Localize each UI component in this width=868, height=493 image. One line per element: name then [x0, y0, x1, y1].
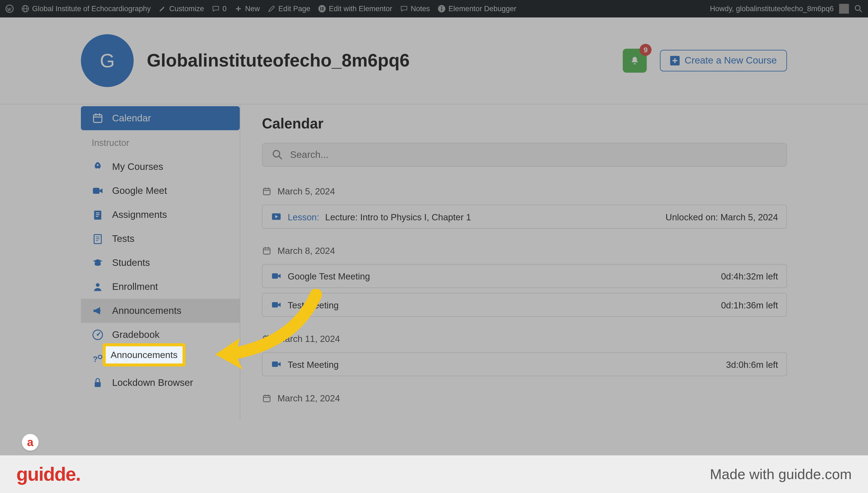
calendar-item[interactable]: Lesson: Lecture: Intro to Physics I, Cha… [262, 205, 787, 229]
debugger-item[interactable]: Elementor Debugger [437, 5, 516, 13]
gauge-icon [92, 329, 104, 341]
guidde-badge-letter: a [27, 436, 33, 449]
page-wrap: G Globalinstituteofecho_8m6pq6 9 Create … [0, 18, 868, 455]
wordpress-icon [5, 5, 14, 13]
sidebar-item-google-meet[interactable]: Google Meet [81, 179, 240, 203]
clipboard-icon [92, 209, 104, 221]
search-icon [272, 149, 283, 160]
calendar-date: March 8, 2024 [262, 245, 787, 256]
sidebar-lockdown-label: Lockdown Browser [112, 378, 193, 388]
svg-rect-15 [93, 114, 102, 123]
svg-rect-24 [96, 216, 98, 217]
svg-point-33 [98, 355, 102, 359]
create-course-button[interactable]: Create a New Course [660, 50, 787, 71]
graduation-icon [92, 257, 104, 269]
comments-item[interactable]: 0 [212, 5, 227, 13]
svg-rect-5 [320, 7, 321, 10]
calendar-date: March 5, 2024 [262, 186, 787, 196]
site-name-label: Global Institute of Echocardiography [32, 5, 151, 13]
search-icon[interactable] [854, 5, 863, 13]
site-name-item[interactable]: Global Institute of Echocardiography [21, 5, 151, 13]
search-input[interactable] [290, 149, 777, 160]
svg-text:?: ? [93, 355, 97, 363]
comments-count: 0 [223, 5, 227, 13]
calendar-group: March 12, 2024 [262, 393, 787, 403]
edit-page-item[interactable]: Edit Page [268, 5, 310, 13]
svg-point-10 [441, 6, 442, 8]
main-title: Calendar [262, 115, 787, 132]
svg-line-36 [279, 156, 282, 159]
svg-rect-11 [441, 8, 442, 11]
sidebar-calendar-label: Calendar [112, 113, 151, 124]
user-avatar-circle: G [81, 34, 134, 87]
svg-point-29 [96, 283, 99, 287]
bell-icon [629, 55, 640, 66]
guidde-badge: a [22, 434, 39, 451]
calendar-item[interactable]: Google Test Meeting0d:4h:32m left [262, 264, 787, 288]
calendar-group: March 11, 2024 Test Meeting3d:0h:6m left [262, 334, 787, 376]
sidebar-item-calendar[interactable]: Calendar [81, 106, 240, 130]
svg-rect-46 [272, 273, 278, 279]
wp-logo[interactable] [5, 5, 14, 13]
comment-icon [212, 5, 220, 13]
sidebar-my-courses-label: My Courses [112, 162, 163, 172]
calendar-item[interactable]: Test Meeting0d:1h:36m left [262, 293, 787, 317]
dashboard-header: G Globalinstituteofecho_8m6pq6 9 Create … [0, 18, 868, 104]
howdy-label[interactable]: Howdy, globalinstituteofecho_8m6pq6 [710, 5, 834, 13]
svg-rect-34 [95, 382, 101, 387]
plus-icon [234, 5, 243, 13]
customize-item[interactable]: Customize [158, 5, 204, 13]
edit-elementor-item[interactable]: Edit with Elementor [318, 5, 392, 13]
elementor-icon [318, 5, 326, 13]
dashboard-title: Globalinstituteofecho_8m6pq6 [147, 50, 410, 71]
sidebar-enrollment-label: Enrollment [112, 281, 158, 292]
calendar-group: March 8, 2024 Google Test Meeting0d:4h:3… [262, 245, 787, 317]
wp-admin-bar: Global Institute of Echocardiography Cus… [0, 0, 868, 18]
user-icon [92, 281, 104, 293]
svg-rect-6 [322, 7, 324, 8]
avatar-letter: G [100, 50, 115, 72]
edit-page-label: Edit Page [278, 5, 310, 13]
svg-rect-42 [264, 248, 270, 254]
sidebar-item-students[interactable]: Students [81, 251, 240, 275]
calendar-date: March 11, 2024 [262, 334, 787, 344]
lock-icon [92, 377, 104, 389]
sidebar-item-my-courses[interactable]: My Courses [81, 155, 240, 179]
user-avatar-icon[interactable] [839, 4, 849, 14]
pencil-icon [268, 5, 276, 13]
svg-point-12 [855, 5, 860, 10]
highlight-announcements: Announcements [104, 344, 185, 366]
debugger-label: Elementor Debugger [449, 5, 516, 13]
notifications-button[interactable]: 9 [623, 48, 647, 72]
notes-item[interactable]: Notes [400, 5, 430, 13]
svg-rect-7 [322, 8, 324, 9]
document-icon [92, 233, 104, 245]
calendar-date: March 12, 2024 [262, 393, 787, 403]
guidde-logo: guidde. [16, 463, 81, 485]
svg-rect-23 [96, 214, 99, 215]
customize-label: Customize [169, 5, 204, 13]
search-box[interactable] [262, 143, 787, 167]
rocket-icon [92, 161, 104, 173]
question-icon: ? [92, 353, 104, 365]
highlight-announcements-label: Announcements [111, 349, 178, 360]
sidebar-item-assignments[interactable]: Assignments [81, 203, 240, 227]
video-icon [92, 185, 104, 197]
home-icon [21, 5, 29, 13]
svg-point-35 [273, 151, 280, 157]
sidebar-gradebook-label: Gradebook [112, 329, 159, 340]
calendar-container: March 5, 2024 Lesson: Lecture: Intro to … [262, 186, 787, 403]
new-item[interactable]: New [234, 5, 260, 13]
create-course-label: Create a New Course [685, 55, 777, 66]
sidebar-announcements-label: Announcements [112, 305, 181, 316]
brush-icon [158, 5, 166, 13]
sidebar-item-tests[interactable]: Tests [81, 227, 240, 251]
notification-badge: 9 [640, 44, 652, 56]
svg-rect-53 [264, 395, 270, 401]
calendar-item[interactable]: Test Meeting3d:0h:6m left [262, 352, 787, 376]
calendar-icon [92, 112, 104, 124]
svg-rect-22 [96, 212, 99, 213]
sidebar-assignments-label: Assignments [112, 209, 167, 220]
info-icon [437, 5, 446, 13]
made-with-label: Made with guidde.com [710, 466, 852, 483]
